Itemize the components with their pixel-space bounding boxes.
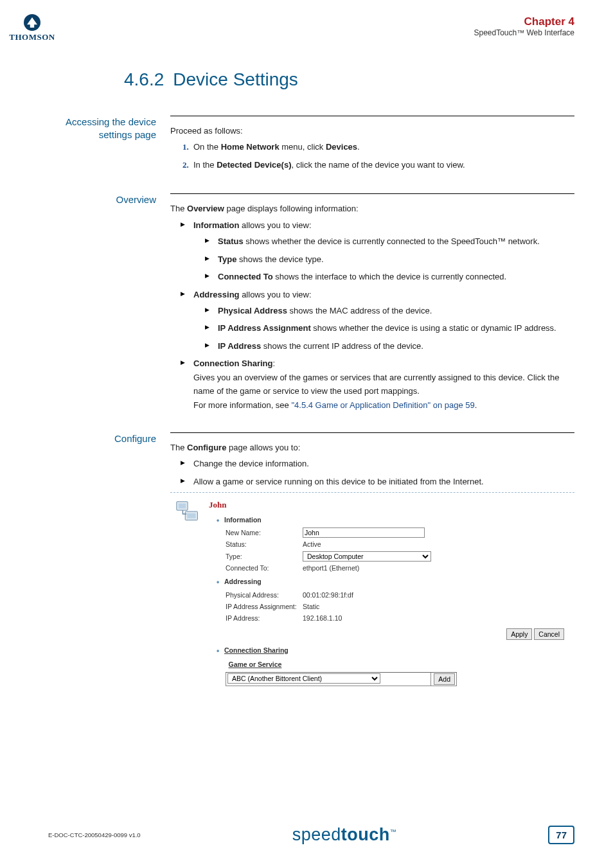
- side-label-configure: Configure: [48, 432, 170, 693]
- connected-to-value: ethport1 (Ethernet): [303, 563, 571, 574]
- divider: [170, 193, 574, 194]
- connection-sharing-group: Connection Sharing: Gives you an overvie…: [181, 357, 574, 412]
- embedded-screenshot: John Information New Name: Status:Active…: [170, 492, 574, 693]
- section-name: Device Settings: [173, 69, 298, 89]
- divider: [170, 432, 574, 433]
- info-group: Information allows you to view: Status s…: [181, 218, 574, 284]
- cross-ref-link[interactable]: "4.5.4 Game or Application Definition" o…: [291, 400, 474, 410]
- chapter-subtitle: SpeedTouch™ Web Interface: [48, 28, 574, 37]
- cs-table: Game or Service ABC (Another Bittorent C…: [226, 658, 457, 686]
- cancel-button[interactable]: Cancel: [534, 628, 564, 640]
- new-name-input[interactable]: [303, 527, 425, 538]
- new-name-label: New Name:: [226, 527, 303, 538]
- connected-to-label: Connected To:: [226, 563, 303, 574]
- step-1: On the Home Network menu, click Devices.: [191, 140, 574, 154]
- cfg-item-2: Allow a game or service running on this …: [181, 475, 574, 488]
- device-title: John: [209, 498, 571, 511]
- group-connection-sharing: Connection Sharing: [217, 645, 571, 656]
- doc-id: E-DOC-CTC-20050429-0099 v1.0: [48, 831, 141, 838]
- ip-addr-value: 192.168.1.10: [303, 613, 571, 624]
- status-label: Status:: [226, 539, 303, 550]
- brand-name: THOMSON: [9, 32, 55, 42]
- overview-block: Overview The Overview page displays foll…: [48, 193, 574, 416]
- game-service-select[interactable]: ABC (Another Bittorent Client): [227, 673, 380, 684]
- page-number: 77: [548, 826, 574, 844]
- section-title: 4.6.2Device Settings: [124, 69, 574, 90]
- footer-logo: speedtouch™: [141, 825, 549, 845]
- steps-list: On the Home Network menu, click Devices.…: [170, 140, 574, 172]
- group-information: Information: [217, 515, 571, 526]
- intro-text: Proceed as follows:: [170, 126, 243, 136]
- step-2: In the Detected Device(s), click the nam…: [191, 158, 574, 172]
- cs-column-header: Game or Service: [226, 658, 431, 672]
- chapter-title: Chapter 4: [48, 15, 574, 28]
- accessing-block: Accessing the device settings page Proce…: [48, 116, 574, 177]
- section-number: 4.6.2: [124, 69, 164, 89]
- configure-block: Configure The Configure page allows you …: [48, 432, 574, 693]
- type-select[interactable]: Desktop Computer: [303, 551, 431, 562]
- ip-assign-value: Static: [303, 601, 571, 612]
- apply-button[interactable]: Apply: [506, 628, 532, 640]
- addressing-group: Addressing allows you to view: Physical …: [181, 288, 574, 353]
- phys-addr-label: Physical Address:: [226, 590, 303, 601]
- addr-ip: IP Address shows the current IP address …: [205, 339, 574, 353]
- ip-addr-label: IP Address:: [226, 613, 303, 624]
- brand-logo: THOMSON: [9, 14, 55, 42]
- thomson-icon: [24, 14, 40, 31]
- group-addressing: Addressing: [217, 576, 571, 587]
- addr-assign: IP Address Assignment shows whether the …: [205, 321, 574, 335]
- overview-list: Information allows you to view: Status s…: [170, 218, 574, 412]
- info-status: Status shows whether the device is curre…: [205, 235, 574, 248]
- cfg-item-1: Change the device information.: [181, 457, 574, 470]
- side-label-accessing: Accessing the device settings page: [48, 116, 170, 177]
- divider: [170, 116, 574, 116]
- side-label-overview: Overview: [48, 193, 170, 416]
- ip-assign-label: IP Address Assignment:: [226, 601, 303, 612]
- phys-addr-value: 00:01:02:98:1f:df: [303, 590, 571, 601]
- info-connected: Connected To shows the interface to whic…: [205, 270, 574, 283]
- svg-rect-1: [179, 504, 186, 509]
- info-type: Type shows the device type.: [205, 252, 574, 266]
- svg-rect-3: [187, 513, 195, 518]
- add-button[interactable]: Add: [434, 673, 455, 685]
- type-label: Type:: [226, 551, 303, 562]
- page-footer: E-DOC-CTC-20050429-0099 v1.0 speedtouch™…: [48, 825, 574, 845]
- status-value: Active: [303, 539, 571, 550]
- addr-phys: Physical Address shows the MAC address o…: [205, 304, 574, 317]
- computer-icon: [174, 498, 209, 689]
- page-header: Chapter 4 SpeedTouch™ Web Interface: [48, 15, 574, 37]
